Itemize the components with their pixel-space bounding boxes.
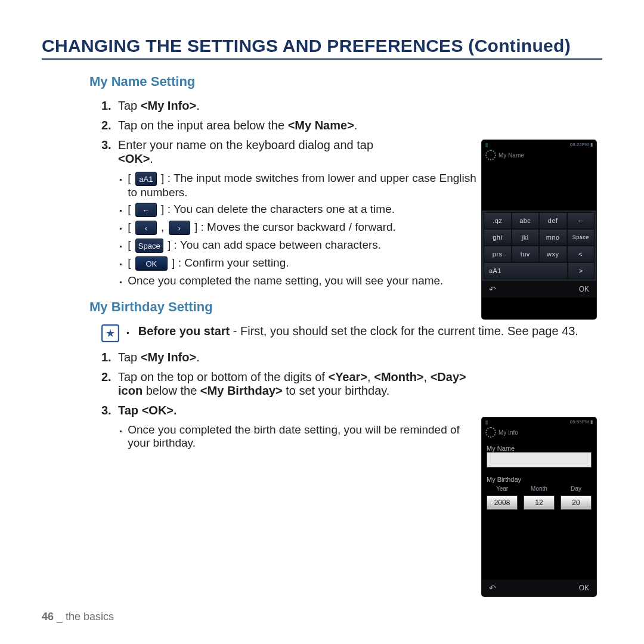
bullet-delete: ▪ [ ← ] : You can delete the characters … xyxy=(119,203,483,217)
key[interactable]: prs xyxy=(484,246,512,262)
key-back: ← xyxy=(135,203,157,217)
bullet-done: ▪ Once you completed the name setting, y… xyxy=(119,274,483,287)
page-title: CHANGING THE SETTINGS AND PREFERENCES (C… xyxy=(42,36,602,60)
month-picker[interactable]: 12 xyxy=(524,496,555,510)
back-icon[interactable] xyxy=(489,284,496,294)
key-left[interactable]: < xyxy=(567,246,595,262)
key-left: ‹ xyxy=(135,221,157,235)
bullet-ok: ▪ [ OK ] : Confirm your setting. xyxy=(119,256,483,271)
step-1: 1. Tap <My Info>. xyxy=(101,99,483,113)
note-before-start: ★ ▪ Before you start - First, you should… xyxy=(101,324,602,342)
key[interactable]: wxy xyxy=(539,246,567,262)
key[interactable]: jkl xyxy=(512,229,540,246)
key-aA1: aA1 xyxy=(135,172,157,186)
bullet-bday-done: ▪ Once you completed the birth date sett… xyxy=(119,423,483,450)
key-ok: OK xyxy=(135,256,168,271)
step-b3: 3. Tap <OK>. xyxy=(101,404,483,417)
key-space: Space xyxy=(135,239,163,253)
step-b2: 2. Tap on the top or bottom of the digit… xyxy=(101,370,483,398)
key[interactable]: abc xyxy=(512,212,540,229)
key[interactable]: tuv xyxy=(512,246,540,262)
key-right[interactable]: > xyxy=(568,262,595,279)
day-picker[interactable]: 20 xyxy=(561,496,592,510)
step-3: 3. Enter your name on the keyboard dialo… xyxy=(101,138,483,166)
bullet-cursor: ▪ [ ‹ , › ] : Moves the cursor backward … xyxy=(119,221,483,235)
label-myname: My Name xyxy=(487,445,592,452)
bullet-space: ▪ [ Space ] : You can add space between … xyxy=(119,239,483,253)
step-2: 2. Tap on the input area below the <My N… xyxy=(101,119,483,132)
year-picker[interactable]: 2008 xyxy=(487,496,518,510)
name-input[interactable] xyxy=(487,452,592,467)
device-myinfo: ||05:55PM ▮ My Info My Name My Birthday … xyxy=(482,417,596,596)
bullet-mode: ▪ [ aA1 ] : The input mode switches from… xyxy=(119,172,483,199)
device-myname: ||08:22PM ▮ My Name .qz abc def ← ghi jk… xyxy=(482,140,596,319)
gear-icon xyxy=(485,427,496,438)
key[interactable]: mno xyxy=(539,229,567,246)
label-mybirthday: My Birthday xyxy=(487,476,592,483)
keypad[interactable]: .qz abc def ← ghi jkl mno Space prs tuv … xyxy=(482,210,596,281)
page-footer: 46 _ the basics xyxy=(42,611,114,623)
key-backspace[interactable]: ← xyxy=(567,212,595,229)
key[interactable]: def xyxy=(539,212,567,229)
key[interactable]: .qz xyxy=(484,212,512,229)
ok-button[interactable]: OK xyxy=(579,285,589,293)
key[interactable]: ghi xyxy=(484,229,512,246)
key-mode[interactable]: aA1 xyxy=(484,262,568,279)
key-space[interactable]: Space xyxy=(567,229,595,246)
gear-icon xyxy=(485,150,496,160)
section-myname-title: My Name Setting xyxy=(89,74,602,89)
step-b1: 1. Tap <My Info>. xyxy=(101,351,483,364)
star-icon: ★ xyxy=(101,324,119,342)
key-right: › xyxy=(169,221,190,235)
ok-button[interactable]: OK xyxy=(579,584,589,592)
back-icon[interactable] xyxy=(489,583,496,593)
